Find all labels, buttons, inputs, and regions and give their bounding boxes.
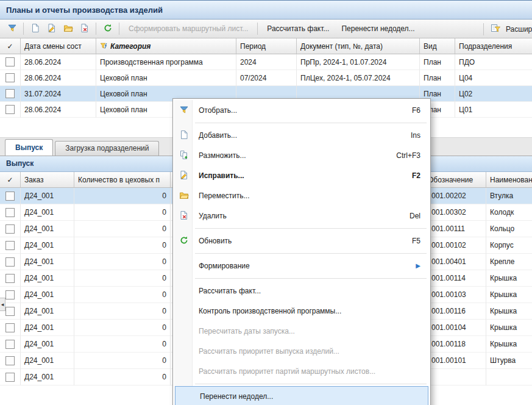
column-header-name[interactable]: Наименование [486, 172, 532, 188]
row-checkbox[interactable] [5, 57, 15, 66]
column-header-designation[interactable]: Обозначение [427, 172, 486, 188]
toolbar-filter-button[interactable] [4, 21, 20, 37]
row-checkbox[interactable] [5, 356, 15, 365]
cell-check [0, 54, 21, 70]
menu-item-add[interactable]: Добавить... Ins [174, 125, 429, 145]
column-header-period[interactable]: Период [236, 38, 297, 54]
column-header-document[interactable]: Документ (тип, №, дата) [297, 38, 420, 54]
menu-item-label: Переместить... [199, 192, 250, 200]
menu-item-delete[interactable]: Удалить Del [174, 206, 429, 226]
cell-name: Крышка [486, 320, 532, 336]
column-header-category-label: Категория [110, 38, 151, 54]
menu-item-shortcut: Ctrl+F3 [381, 151, 420, 160]
row-checkbox[interactable] [5, 373, 15, 382]
add-document-icon [179, 130, 189, 140]
cell-order: Д24_001 [21, 336, 74, 353]
row-checkbox[interactable] [5, 323, 15, 332]
toolbar-refresh-button[interactable] [99, 21, 116, 37]
menu-item-shortcut: Ins [396, 131, 420, 140]
cell-check [0, 237, 21, 254]
cell-division: Ц01 [455, 102, 532, 118]
row-checkbox[interactable] [5, 224, 15, 234]
column-header-order[interactable]: Заказ [21, 172, 74, 188]
cell-quantity: 0 [74, 204, 171, 221]
column-header-division[interactable]: Подразделения [455, 38, 532, 54]
cell-name: Крышка [486, 287, 532, 303]
tab-zagruzka-podrazdeleniy[interactable]: Загрузка подразделений [55, 141, 159, 156]
cell-check [0, 70, 21, 86]
menu-separator [195, 228, 427, 229]
cell-date: 28.06.2024 [21, 54, 96, 70]
column-header-category[interactable]: Категория [96, 38, 236, 54]
menu-item-calc-fact[interactable]: Рассчитать факт... [174, 281, 429, 301]
cell-quantity: 0 [74, 287, 171, 303]
row-checkbox[interactable] [5, 307, 15, 316]
cell-name: Колодк [486, 204, 532, 221]
toolbar-transfer-shortfall-button[interactable]: Перенести недодел... [335, 22, 420, 35]
row-checkbox[interactable] [5, 89, 15, 98]
table-row[interactable]: 28.06.2024 Производственная программа 20… [0, 54, 532, 70]
cell-name: Крышка [486, 336, 532, 353]
toolbar-move-button[interactable] [60, 21, 76, 37]
cell-period: 2024 [236, 54, 297, 70]
row-checkbox[interactable] [5, 257, 15, 267]
cell-kind: План [420, 70, 455, 86]
menu-separator [195, 278, 427, 279]
cell-quantity: 0 [74, 303, 171, 320]
row-checkbox[interactable] [5, 241, 15, 250]
menu-item-select-filter[interactable]: Отобрать... F6 [174, 100, 429, 120]
cell-check [0, 86, 21, 102]
filter-icon [179, 105, 189, 115]
menu-item-shortcut: F5 [397, 237, 420, 245]
cell-name: Крышка [486, 303, 532, 320]
row-checkbox[interactable] [5, 340, 15, 349]
menu-item-refresh[interactable]: Обновить F5 [174, 231, 429, 251]
column-header-quantity[interactable]: Количество в цеховых п [74, 172, 171, 188]
cell-name: Корпус [486, 237, 532, 254]
toolbar-delete-button[interactable] [76, 21, 93, 37]
app-window: Планы и отчеты производства изделий Сфор… [0, 0, 532, 405]
table-row[interactable]: 28.06.2024 Цеховой план 07/2024 ПлЦех, 2… [0, 70, 532, 86]
cell-designation: 001.00104 [427, 320, 486, 336]
menu-item-formation[interactable]: Формирование ▶ [174, 256, 429, 276]
menu-item-edit[interactable]: Исправить... F2 [174, 165, 429, 185]
column-header-kind[interactable]: Вид [420, 38, 455, 54]
cell-division: ПДО [455, 54, 532, 70]
splitter-collapse-arrow-icon[interactable]: ◂ [0, 298, 5, 311]
toolbar-extended-button[interactable]: Расширен [503, 23, 532, 36]
row-checkbox[interactable] [5, 105, 15, 114]
cell-name: Кольцо [486, 221, 532, 237]
row-checkbox[interactable] [5, 73, 15, 82]
move-folder-icon [63, 23, 73, 35]
toolbar-add-button[interactable] [27, 21, 43, 37]
menu-item-label: Контроль производственной программы... [199, 307, 341, 315]
menu-item-recalc-launch-dates: Пересчитать даты запуска... [174, 321, 429, 341]
column-header-check[interactable]: ✓ [0, 172, 21, 188]
menu-item-transfer-shortfall[interactable]: Перенести недодел... [175, 386, 428, 405]
column-header-check[interactable]: ✓ [0, 38, 21, 54]
cell-period: 07/2024 [236, 70, 297, 86]
cell-document: ПлЦех, 2024-1, 05.07.2024 [297, 70, 420, 86]
row-checkbox[interactable] [5, 274, 15, 283]
row-checkbox[interactable] [5, 290, 15, 299]
cell-category: Цеховой план [96, 70, 236, 86]
menu-item-control-program[interactable]: Контроль производственной программы... [174, 301, 429, 321]
cell-quantity: 0 [74, 369, 171, 385]
window-title: Планы и отчеты производства изделий [6, 5, 163, 15]
cell-name: Крышка [486, 270, 532, 287]
row-checkbox[interactable] [5, 208, 15, 217]
filter-icon [7, 23, 17, 35]
cell-designation: 001.00202 [427, 188, 486, 204]
toolbar-calc-fact-button[interactable]: Рассчитать факт... [261, 22, 335, 35]
row-checkbox[interactable] [5, 192, 15, 201]
toolbar-edit-button[interactable] [43, 21, 60, 37]
menu-item-priority-route-batches: Рассчитать приоритет партий маршрутных л… [174, 361, 429, 381]
column-header-date[interactable]: Дата смены сост [21, 38, 96, 54]
cell-order: Д24_001 [21, 320, 74, 336]
tab-vypusk[interactable]: Выпуск [5, 139, 53, 156]
toolbar-extended-filter-button[interactable] [487, 21, 503, 37]
menu-item-move[interactable]: Переместить... [174, 185, 429, 206]
menu-item-duplicate[interactable]: Размножить... Ctrl+F3 [174, 145, 429, 165]
cell-order: Д24_001 [21, 204, 74, 221]
menu-item-label: Перенести недодел... [200, 392, 273, 401]
